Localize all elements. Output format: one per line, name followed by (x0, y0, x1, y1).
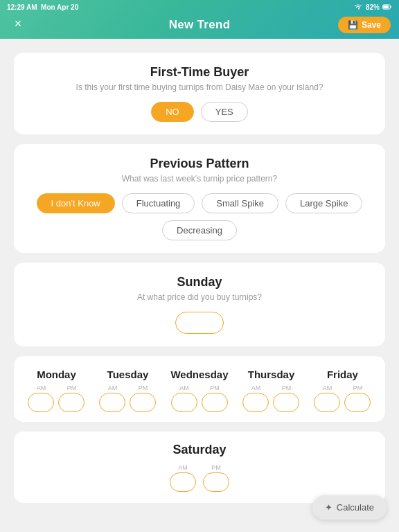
option-idk[interactable]: I don't Know (37, 193, 115, 213)
tuesday-inputs: AM PM (99, 384, 156, 412)
previous-pattern-section: Previous Pattern What was last week's tu… (14, 144, 385, 253)
wednesday-inputs: AM PM (171, 384, 228, 412)
monday-label: Monday (37, 369, 76, 380)
saturday-inputs: AM PM (28, 464, 371, 492)
friday-pm-label: PM (353, 384, 363, 391)
tuesday-label: Tuesday (107, 369, 149, 380)
close-button[interactable]: × (10, 15, 26, 32)
wednesday-label: Wednesday (170, 369, 228, 380)
sunday-subtitle: At what price did you buy turnips? (28, 292, 371, 302)
wednesday-pm-label: PM (210, 384, 220, 391)
svg-rect-1 (383, 6, 389, 9)
friday-label: Friday (327, 369, 358, 380)
first-time-buyer-section: First-Time Buyer Is this your first time… (14, 53, 385, 134)
option-large-spike[interactable]: Large Spike (285, 193, 362, 213)
first-time-buyer-title: First-Time Buyer (28, 65, 371, 80)
status-icons: 82% (353, 3, 392, 11)
saturday-am-label: AM (178, 464, 188, 471)
battery-icon (382, 3, 392, 10)
first-time-buyer-options: NO YES (28, 102, 371, 122)
tuesday-am-group: AM (99, 384, 125, 412)
tuesday-pm-label: PM (139, 384, 148, 391)
friday-am-input[interactable] (314, 393, 340, 412)
wednesday-pm-input[interactable] (202, 393, 228, 412)
status-bar: 12:29 AM Mon Apr 20 82% (0, 0, 399, 14)
monday-am-group: AM (28, 384, 54, 412)
save-button[interactable]: 💾 Save (338, 17, 391, 33)
thursday-col: Thursday AM PM (242, 369, 299, 412)
saturday-pm-group: PM (203, 464, 229, 492)
saturday-title: Saturday (28, 443, 371, 457)
status-time-date: 12:29 AM Mon Apr 20 (7, 3, 78, 11)
saturday-pm-input[interactable] (203, 472, 229, 492)
friday-pm-group: PM (344, 384, 371, 412)
monday-col: Monday AM PM (28, 369, 85, 412)
thursday-pm-input[interactable] (273, 393, 299, 412)
header-title: New Trend (169, 18, 231, 32)
thursday-label: Thursday (248, 369, 295, 380)
tuesday-col: Tuesday AM PM (99, 369, 156, 412)
monday-am-label: AM (37, 384, 46, 391)
friday-pm-input[interactable] (344, 393, 371, 412)
monday-pm-label: PM (67, 384, 77, 391)
weekdays-row: Monday AM PM Tuesday AM (21, 369, 378, 412)
thursday-inputs: AM PM (242, 384, 299, 412)
monday-pm-input[interactable] (58, 393, 85, 412)
wifi-icon (353, 3, 363, 10)
thursday-am-group: AM (242, 384, 269, 412)
previous-pattern-title: Previous Pattern (28, 157, 371, 171)
option-no[interactable]: NO (151, 102, 194, 122)
sunday-title: Sunday (28, 275, 371, 290)
wednesday-am-input[interactable] (171, 393, 197, 412)
calculate-button[interactable]: ✦ Calculate (312, 495, 387, 520)
thursday-pm-group: PM (273, 384, 299, 412)
friday-am-label: AM (323, 384, 332, 391)
saturday-section: Saturday AM PM (14, 432, 385, 503)
saturday-pm-label: PM (211, 464, 221, 471)
option-decreasing[interactable]: Decreasing (162, 220, 237, 240)
wednesday-am-label: AM (179, 384, 189, 391)
saturday-am-group: AM (170, 464, 196, 492)
option-yes[interactable]: YES (201, 102, 248, 122)
first-time-buyer-subtitle: Is this your first time buying turnips f… (28, 82, 371, 92)
thursday-am-input[interactable] (242, 393, 269, 412)
save-label: Save (362, 20, 381, 30)
friday-am-group: AM (314, 384, 340, 412)
thursday-pm-label: PM (282, 384, 292, 391)
friday-col: Friday AM PM (314, 369, 371, 412)
friday-inputs: AM PM (314, 384, 371, 412)
monday-am-input[interactable] (28, 393, 54, 412)
battery-percent: 82% (366, 3, 380, 11)
thursday-am-label: AM (251, 384, 261, 391)
previous-pattern-options: I don't Know Fluctuating Small Spike Lar… (28, 193, 371, 240)
weekdays-section: Monday AM PM Tuesday AM (14, 356, 385, 422)
tuesday-am-input[interactable] (99, 393, 125, 412)
save-icon: 💾 (348, 20, 358, 30)
monday-inputs: AM PM (28, 384, 85, 412)
sunday-section: Sunday At what price did you buy turnips… (14, 263, 385, 346)
saturday-am-input[interactable] (170, 472, 196, 492)
sunday-input-wrap (28, 312, 371, 334)
content-area: First-Time Buyer Is this your first time… (0, 39, 399, 532)
option-small-spike[interactable]: Small Spike (202, 193, 278, 213)
monday-pm-group: PM (58, 384, 85, 412)
tuesday-pm-input[interactable] (130, 393, 156, 412)
calculate-label: Calculate (337, 502, 374, 513)
wednesday-am-group: AM (171, 384, 197, 412)
previous-pattern-subtitle: What was last week's turnip price patter… (28, 174, 371, 184)
sunday-price-input[interactable] (175, 312, 224, 334)
calculate-icon: ✦ (325, 502, 332, 513)
option-fluctuating[interactable]: Fluctuating (122, 193, 195, 213)
wednesday-col: Wednesday AM PM (170, 369, 228, 412)
tuesday-am-label: AM (108, 384, 118, 391)
wednesday-pm-group: PM (202, 384, 228, 412)
tuesday-pm-group: PM (130, 384, 156, 412)
